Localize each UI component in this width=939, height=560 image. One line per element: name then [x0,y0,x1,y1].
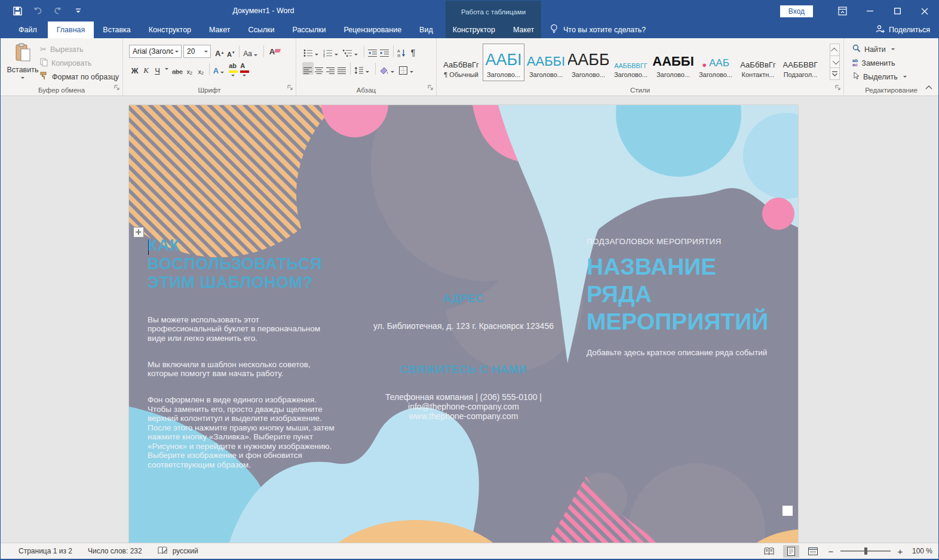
event-description[interactable]: Добавьте здесь краткое описание ряда соб… [587,348,784,357]
underline-button[interactable]: Ч [152,63,163,75]
tab-references[interactable]: Ссылки [239,21,283,38]
styles-scroll-down[interactable] [830,56,840,68]
zoom-level[interactable]: 100 % [912,547,932,555]
zoom-in-button[interactable]: + [897,546,904,556]
group-label-paragraph: Абзац [296,87,436,94]
font-dialog-launcher[interactable] [287,82,293,93]
format-painter-button[interactable]: Формат по образцу [40,72,119,82]
tab-review[interactable]: Рецензирование [335,21,411,38]
word-count-status[interactable]: Число слов: 232 [88,547,142,555]
clipboard-dialog-launcher[interactable] [114,82,120,93]
shading-button[interactable] [378,62,398,75]
minimize-button[interactable] [856,1,883,21]
shrink-font-button[interactable]: А▼ [225,45,237,58]
zoom-slider-thumb[interactable] [864,547,867,555]
subscript-button[interactable]: x2 [184,63,195,75]
bold-button[interactable]: Ж [129,63,140,75]
style-heading1[interactable]: ААБІ Заголово... [483,44,524,81]
event-subtitle[interactable]: ПОДЗАГОЛОВОК МЕРОПРИЯТИЯ [587,237,784,246]
read-mode-button[interactable] [761,545,777,558]
print-layout-button[interactable] [783,545,799,558]
align-center-button[interactable] [314,62,325,75]
web-layout-button[interactable] [805,545,821,558]
tab-home[interactable]: Главная [48,21,94,38]
language-label[interactable]: русский [173,547,198,555]
borders-button[interactable] [398,62,417,75]
tab-mailings[interactable]: Рассылки [283,21,335,38]
font-color-button[interactable]: А [239,63,250,75]
document-canvas[interactable]: ✛ КАК ВОСПОЛЬЗОВАТЬСЯ ЭТИМ ШАБЛОНОМ? Вы … [1,97,938,544]
sort-button[interactable]: АЯ [396,45,407,57]
select-button[interactable]: Выделить [852,72,909,82]
collapse-ribbon-button[interactable] [925,81,932,92]
maximize-button[interactable] [883,1,911,21]
text-effects-button[interactable]: А [212,63,228,75]
share-button[interactable]: Поделиться [876,21,930,38]
paragraph-dialog-launcher[interactable] [428,82,434,93]
tab-insert[interactable]: Вставка [94,21,139,38]
bullets-button[interactable] [302,45,322,57]
eraser-icon [274,49,281,53]
justify-button[interactable] [336,62,348,75]
tab-file[interactable]: Файл [8,21,48,38]
group-label-font: Шрифт [123,87,296,94]
font-size-combobox[interactable]: 20 [183,45,211,58]
ribbon-display-options-icon[interactable] [828,1,856,21]
paragraph: Фон оформлен в виде единого изображения.… [148,395,336,469]
selection-handle[interactable] [782,506,793,516]
change-case-button[interactable]: Aa [242,45,261,58]
contextual-tab-header: Работа с таблицами [446,1,541,21]
replace-button[interactable]: abac Заменить [852,58,909,68]
find-button[interactable]: Найти [852,44,909,54]
styles-dialog-launcher[interactable] [835,82,841,93]
numbering-button[interactable]: 123 [322,45,342,57]
tab-design[interactable]: Конструктор [140,21,200,38]
document-page[interactable]: ✛ КАК ВОСПОЛЬЗОВАТЬСЯ ЭТИМ ШАБЛОНОМ? Вы … [129,105,798,544]
tab-view[interactable]: Вид [410,21,442,38]
decrease-indent-button[interactable] [367,45,379,57]
page-number-status[interactable]: Страница 1 из 2 [19,547,72,555]
highlight-color-button[interactable]: ab [228,63,239,75]
brochure-left-body[interactable]: Вы можете использовать этот профессионал… [148,306,336,487]
multilevel-list-button[interactable] [342,45,361,57]
superscript-button[interactable]: x2 [195,63,207,75]
style-contact[interactable]: АаБбВвГг Контактн... [737,44,779,81]
tell-me-box[interactable]: Что вы хотите сделать? [545,21,650,38]
sign-in-button[interactable]: Вход [780,5,813,17]
tab-layout[interactable]: Макет [200,21,239,38]
lightbulb-icon [550,24,558,36]
style-heading2[interactable]: ААББІ Заголово... [525,44,567,81]
copy-button[interactable]: Копировать [40,58,119,68]
underline-dropdown-arrow[interactable] [165,68,168,72]
brochure-left-heading[interactable]: КАК ВОСПОЛЬЗОВАТЬСЯ ЭТИМ ШАБЛОНОМ? [148,236,327,292]
event-title[interactable]: НАЗВАНИЕ РЯДА МЕРОПРИЯТИЙ [587,253,790,336]
styles-scroll-up[interactable] [830,44,840,56]
align-left-button[interactable] [302,62,314,75]
style-heading5[interactable]: ААББІ Заголово... [652,44,694,81]
close-button[interactable] [911,1,938,21]
zoom-slider[interactable] [840,550,891,552]
grow-font-button[interactable]: А▲ [214,45,225,58]
line-spacing-button[interactable] [353,62,373,75]
tab-table-layout[interactable]: Макет [504,21,543,38]
show-hide-marks-button[interactable]: ¶ [407,45,419,57]
strikethrough-button[interactable]: abc [171,63,184,75]
table-move-handle[interactable]: ✛ [133,227,144,238]
tab-table-design[interactable]: Конструктор [444,21,504,38]
clear-formatting-button[interactable]: А [266,45,278,58]
proofing-status[interactable]: русский [158,546,198,556]
style-heading6[interactable]: ●ААБ Заголово... [695,44,737,81]
tell-me-label: Что вы хотите сделать? [563,26,646,34]
zoom-out-button[interactable]: − [827,546,834,556]
style-heading3[interactable]: ААББ Заголово... [567,44,609,81]
style-normal[interactable]: АаБбВвГг ¶ Обычный [440,44,482,81]
style-subtitle[interactable]: ААББВВГ Подзагол... [780,44,821,81]
italic-button[interactable]: К [140,63,152,75]
increase-indent-button[interactable] [379,45,391,57]
cut-button[interactable]: ✂ Вырезать [40,44,119,54]
align-right-button[interactable] [325,62,336,75]
font-name-combobox[interactable]: Arial (Заголс [129,45,182,58]
paste-button[interactable]: Вставить [7,43,39,85]
style-heading4[interactable]: ААББВВГГ Заголово... [610,44,652,81]
styles-gallery-more[interactable] [830,67,840,80]
